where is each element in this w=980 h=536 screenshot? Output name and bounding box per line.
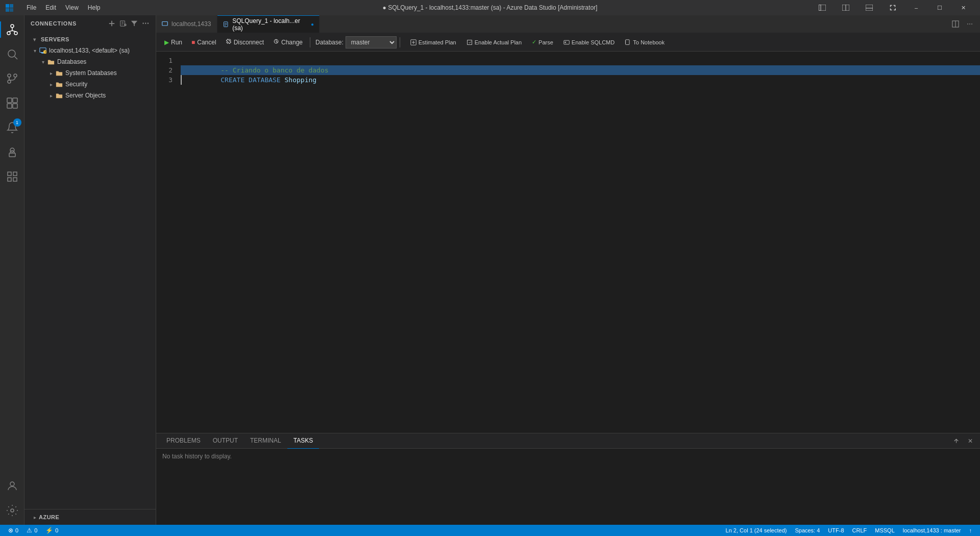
menu-edit[interactable]: Edit [41, 3, 60, 12]
tab-localhost-label: localhost,1433 [172, 20, 211, 28]
status-spaces[interactable]: Spaces: 4 [791, 525, 824, 536]
system-databases-folder[interactable]: System Databases [24, 67, 156, 79]
app-body: 1 CONNECTIONS [0, 15, 980, 525]
tab-sql-query[interactable]: SQLQuery_1 - localh...er (sa) ● [217, 15, 320, 33]
activity-sql-agent[interactable] [0, 140, 24, 164]
status-position[interactable]: Ln 2, Col 1 (24 selected) [722, 525, 791, 536]
panel-maximize-button[interactable] [951, 435, 963, 447]
svg-point-32 [10, 482, 14, 486]
status-errors[interactable]: ⊗ 0 [4, 525, 22, 536]
parse-button[interactable]: ✓ Parse [529, 37, 556, 47]
tabs-bar: localhost,1433 SQLQuery_1 - localh...er … [156, 15, 980, 33]
localhost-label: localhost,1433, <default> (sa) [49, 47, 130, 54]
menu-file[interactable]: File [22, 3, 40, 12]
databases-label: Databases [57, 58, 86, 65]
server-objects-arrow[interactable] [47, 91, 55, 100]
azure-section: ▸ AZURE [24, 509, 156, 525]
status-feedback[interactable]: ↑ [965, 525, 976, 536]
cancel-button[interactable]: ■ Cancel [187, 36, 220, 49]
fullscreen-button[interactable] [881, 0, 904, 15]
line-numbers: 1 2 3 [156, 52, 177, 433]
query-toolbar: ▶ Run ■ Cancel Disconnect Change [156, 33, 980, 52]
titlebar: File Edit View Help ● SQLQuery_1 - local… [0, 0, 980, 15]
status-warnings[interactable]: ⚠ 0 [22, 525, 41, 536]
svg-point-18 [8, 80, 11, 83]
azure-arrow[interactable]: ▸ [31, 513, 39, 521]
activity-search[interactable] [0, 42, 24, 66]
run-icon: ▶ [164, 39, 169, 46]
editor-layout-button[interactable] [834, 0, 857, 15]
split-editor-button[interactable] [949, 18, 962, 30]
azure-header[interactable]: ▸ AZURE [24, 511, 156, 523]
status-connection[interactable]: localhost,1433 : master [899, 525, 965, 536]
minimize-button[interactable]: – [904, 0, 928, 15]
status-eol[interactable]: CRLF [848, 525, 871, 536]
panel-tab-terminal[interactable]: TERMINAL [244, 433, 287, 449]
panel-tab-output[interactable]: OUTPUT [207, 433, 244, 449]
activity-settings[interactable] [0, 498, 24, 523]
menu-help[interactable]: Help [84, 3, 105, 12]
more-actions-button[interactable]: ⋯ [141, 19, 150, 28]
localhost-arrow[interactable] [31, 46, 39, 55]
close-button[interactable]: ✕ [951, 0, 975, 15]
security-arrow[interactable] [47, 80, 55, 88]
activity-extensions[interactable] [0, 91, 24, 115]
titlebar-left: File Edit View Help [5, 3, 105, 12]
enable-sqlcmd-button[interactable]: Enable SQLCMD [560, 38, 618, 47]
server-objects-folder[interactable]: Server Objects [24, 90, 156, 101]
sidebar-header-icons: ⋯ [108, 19, 150, 28]
activity-account[interactable] [0, 474, 24, 498]
new-connection-button[interactable] [108, 19, 116, 28]
panel-tab-tasks[interactable]: TASKS [287, 433, 319, 449]
panel-toggle-button[interactable] [857, 0, 881, 15]
databases-folder[interactable]: Databases [24, 56, 156, 67]
system-databases-arrow[interactable] [47, 69, 55, 77]
security-folder[interactable]: Security [24, 79, 156, 90]
servers-section: SERVERS ! localhost,1433, <default> (sa) [24, 32, 156, 103]
change-button[interactable]: Change [269, 36, 307, 49]
databases-folder-icon [47, 58, 55, 66]
svg-rect-1 [10, 4, 13, 8]
maximize-button[interactable]: ☐ [928, 0, 951, 15]
database-selector: Database: master tempdb model msdb [315, 36, 397, 48]
svg-rect-23 [13, 98, 17, 103]
servers-arrow[interactable] [31, 35, 39, 43]
to-notebook-button[interactable]: To Notebook [622, 38, 668, 47]
panel: PROBLEMS OUTPUT TERMINAL TASKS ✕ No task… [156, 433, 980, 525]
svg-rect-31 [13, 178, 17, 181]
app-icon [5, 4, 13, 12]
sidebar-title: CONNECTIONS [31, 20, 77, 27]
run-button[interactable]: ▶ Run [160, 36, 186, 49]
svg-rect-59 [626, 39, 630, 44]
sidebar-toggle-button[interactable] [811, 0, 834, 15]
tab-query-icon [223, 21, 229, 28]
svg-point-20 [14, 74, 17, 77]
activity-connections[interactable] [0, 17, 24, 42]
databases-arrow[interactable] [39, 58, 47, 66]
parse-label: Parse [538, 39, 553, 45]
activity-more[interactable] [0, 164, 24, 189]
tab-localhost[interactable]: localhost,1433 [156, 15, 217, 33]
code-editor[interactable]: -- Criando o banco de dados CREATE DATAB… [177, 52, 980, 433]
filter-button[interactable] [130, 19, 138, 28]
panel-tab-problems[interactable]: PROBLEMS [160, 433, 207, 449]
activity-source-control[interactable] [0, 66, 24, 91]
panel-close-button[interactable]: ✕ [965, 435, 976, 447]
new-query-button[interactable] [119, 19, 127, 28]
status-notifications[interactable]: ⚡ 0 [41, 525, 62, 536]
toolbar-separator-2 [400, 37, 400, 47]
sidebar-header: CONNECTIONS ⋯ [24, 15, 156, 32]
menu-view[interactable]: View [61, 3, 83, 12]
code-keyword-create: CREATE [220, 76, 244, 84]
disconnect-button[interactable]: Disconnect [222, 36, 268, 49]
more-tabs-button[interactable]: ⋯ [964, 18, 976, 30]
status-encoding[interactable]: UTF-8 [824, 525, 848, 536]
activity-notifications[interactable]: 1 [0, 115, 24, 140]
status-language[interactable]: MSSQL [871, 525, 899, 536]
tab-dirty-indicator: ● [311, 21, 314, 27]
server-item-localhost[interactable]: ! localhost,1433, <default> (sa) [24, 45, 156, 56]
enable-actual-plan-button[interactable]: Enable Actual Plan [463, 38, 525, 47]
bell-icon: ⚡ [45, 527, 53, 534]
database-select[interactable]: master tempdb model msdb [346, 36, 397, 48]
estimated-plan-button[interactable]: Estimated Plan [407, 38, 459, 47]
